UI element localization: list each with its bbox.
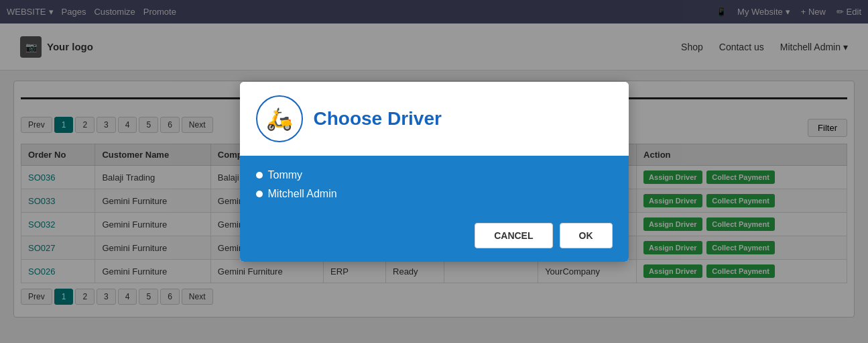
choose-driver-modal: 🛵 Choose Driver Tommy Mitchell Admin CAN… [240, 82, 629, 262]
modal-overlay[interactable]: 🛵 Choose Driver Tommy Mitchell Admin CAN… [0, 0, 868, 328]
driver-dot [256, 191, 263, 197]
driver-option-tommy[interactable]: Tommy [256, 169, 613, 181]
driver-option-mitchell[interactable]: Mitchell Admin [256, 188, 613, 200]
modal-header: 🛵 Choose Driver [240, 82, 629, 156]
driver-dot [256, 172, 263, 179]
modal-logo: 🛵 [256, 95, 303, 142]
modal-footer: CANCEL OK [240, 223, 629, 262]
driver-name-mitchell: Mitchell Admin [268, 188, 337, 200]
modal-cancel-button[interactable]: CANCEL [475, 223, 552, 248]
modal-body: Tommy Mitchell Admin [240, 156, 629, 223]
scooter-icon: 🛵 [266, 106, 293, 132]
modal-title: Choose Driver [314, 108, 442, 130]
driver-name-tommy: Tommy [268, 169, 303, 181]
modal-ok-button[interactable]: OK [560, 223, 613, 248]
